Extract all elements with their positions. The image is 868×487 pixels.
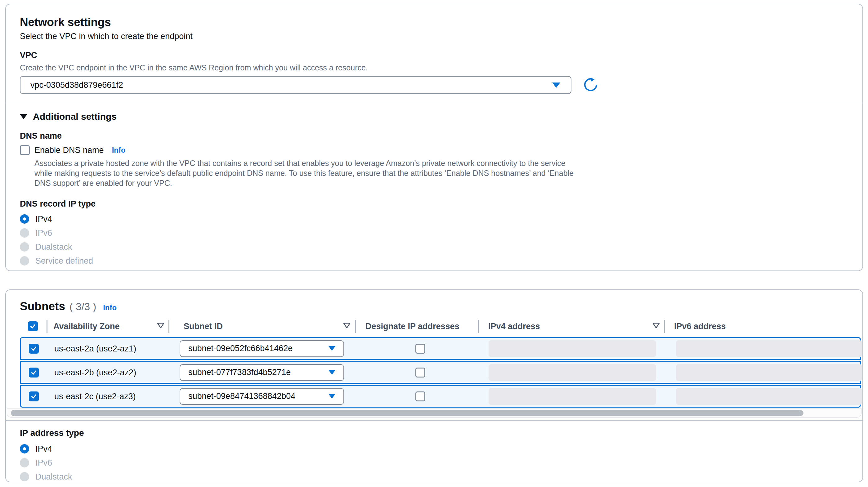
table-row[interactable]: us-east-2b (use2-az2) subnet-077f7383fd4… — [20, 361, 861, 384]
subnets-header: Subnets ( 3/3 ) Info — [6, 300, 862, 313]
column-separator — [478, 320, 479, 333]
filter-icon[interactable] — [343, 322, 351, 330]
radio-dualstack-label: Dualstack — [35, 472, 72, 482]
radio-dualstack — [20, 472, 29, 481]
col-availability-zone: Availability Zone — [53, 322, 120, 331]
subnet-id-value: subnet-09e052fc66b41462e — [188, 344, 292, 353]
row-checkbox[interactable] — [29, 344, 39, 354]
refresh-button[interactable] — [583, 77, 599, 93]
subnet-id-value: subnet-09e84741368842b04 — [188, 392, 295, 401]
check-icon — [30, 345, 37, 352]
radio-ipv6-label: IPv6 — [35, 228, 52, 238]
subnets-info-link[interactable]: Info — [103, 303, 117, 312]
column-separator — [168, 320, 169, 333]
subnet-id-select[interactable]: subnet-077f7383fd4b5271e — [180, 364, 344, 381]
radio-ipv4-label: IPv4 — [35, 444, 52, 454]
enable-dns-name-text: Enable DNS name — [34, 146, 104, 155]
ipv4-address-input — [489, 340, 656, 357]
refresh-icon — [583, 77, 598, 93]
ipv4-address-input — [489, 364, 656, 381]
enable-dns-name-row: Enable DNS name Info — [20, 145, 848, 155]
vpc-select-row: vpc-0305d38d879e661f2 — [20, 76, 848, 94]
dns-name-description: Associates a private hosted zone with th… — [34, 158, 574, 188]
subnet-id-select[interactable]: subnet-09e84741368842b04 — [180, 388, 344, 405]
subnets-counter: ( 3/3 ) — [69, 301, 96, 313]
col-subnet-id: Subnet ID — [184, 322, 223, 331]
check-icon — [29, 323, 36, 330]
radio-ipv6 — [20, 228, 29, 238]
section-divider — [6, 103, 862, 103]
table-row[interactable]: us-east-2c (use2-az3) subnet-09e84741368… — [20, 385, 861, 407]
subnets-card: Subnets ( 3/3 ) Info Availability Zone S… — [5, 290, 863, 482]
ip-address-type-group: IPv4 IPv6 Dualstack — [20, 444, 848, 482]
radio-ipv6 — [20, 458, 29, 467]
column-separator — [46, 320, 48, 333]
dns-record-ip-type-group: IPv4 IPv6 Dualstack Service defined — [20, 214, 848, 266]
check-icon — [30, 369, 37, 376]
radio-row-ipv6: IPv6 — [20, 228, 848, 238]
dns-record-ip-type-label: DNS record IP type — [20, 199, 848, 209]
additional-settings-title: Additional settings — [33, 111, 117, 122]
radio-dualstack — [20, 242, 29, 251]
chevron-down-icon — [329, 370, 335, 375]
ipv4-address-input — [489, 388, 656, 405]
radio-row-dualstack: Dualstack — [20, 471, 848, 482]
dns-name-info-link[interactable]: Info — [112, 146, 126, 154]
column-separator — [355, 320, 356, 333]
designate-ip-checkbox[interactable] — [415, 344, 425, 354]
subnet-id-value: subnet-077f7383fd4b5271e — [188, 368, 291, 377]
row-checkbox[interactable] — [29, 392, 39, 401]
radio-row-ipv4[interactable]: IPv4 — [20, 214, 848, 224]
network-settings-card: Network settings Select the VPC in which… — [5, 4, 863, 271]
row-checkbox[interactable] — [29, 368, 39, 377]
column-separator — [664, 320, 665, 333]
ip-address-type-section: IP address type IPv4 IPv6 Dualstack — [6, 421, 862, 482]
vpc-label: VPC — [20, 51, 848, 60]
vpc-select[interactable]: vpc-0305d38d879e661f2 — [20, 76, 571, 94]
dns-name-label: DNS name — [20, 131, 848, 141]
table-row[interactable]: us-east-2a (use2-az1) subnet-09e052fc66b… — [20, 337, 861, 360]
radio-dualstack-label: Dualstack — [35, 242, 72, 252]
subnets-table-header: Availability Zone Subnet ID Designate IP… — [6, 317, 862, 336]
col-designate-ip: Designate IP addresses — [366, 322, 459, 331]
radio-ipv4[interactable] — [20, 444, 29, 454]
radio-row-ipv4[interactable]: IPv4 — [20, 444, 848, 454]
chevron-down-icon — [329, 394, 335, 399]
radio-service-defined — [20, 256, 29, 266]
radio-ipv6-label: IPv6 — [35, 458, 52, 468]
availability-zone-value: us-east-2b (use2-az2) — [54, 368, 136, 377]
ip-address-type-label: IP address type — [20, 428, 848, 438]
horizontal-scrollbar-thumb[interactable] — [11, 410, 804, 416]
chevron-down-icon — [329, 346, 335, 351]
additional-settings-expander[interactable]: Additional settings — [20, 111, 848, 122]
subnets-title: Subnets — [20, 300, 65, 313]
vpc-select-value: vpc-0305d38d879e661f2 — [30, 80, 123, 90]
col-ipv6-address: IPv6 address — [674, 322, 726, 331]
filter-icon[interactable] — [652, 322, 660, 330]
network-settings-subtitle: Select the VPC in which to create the en… — [20, 32, 848, 41]
chevron-down-icon — [552, 83, 560, 88]
designate-ip-checkbox[interactable] — [415, 392, 425, 401]
filter-icon[interactable] — [157, 322, 165, 330]
expander-triangle-icon — [20, 114, 27, 119]
radio-service-defined-label: Service defined — [35, 256, 93, 266]
availability-zone-value: us-east-2a (use2-az1) — [54, 344, 136, 353]
ipv6-address-input — [676, 340, 862, 357]
radio-ipv4-label: IPv4 — [35, 214, 52, 224]
subnet-id-select[interactable]: subnet-09e052fc66b41462e — [180, 340, 344, 357]
radio-row-ipv6: IPv6 — [20, 458, 848, 468]
enable-dns-name-checkbox[interactable] — [20, 145, 30, 155]
vpc-description: Create the VPC endpoint in the VPC in th… — [20, 63, 848, 72]
check-icon — [30, 393, 37, 400]
designate-ip-checkbox[interactable] — [415, 368, 425, 377]
subnets-table-body: us-east-2a (use2-az1) subnet-09e052fc66b… — [20, 337, 861, 407]
horizontal-scrollbar-track — [7, 408, 862, 418]
availability-zone-value: us-east-2c (use2-az3) — [54, 392, 136, 401]
ipv6-address-input — [676, 388, 862, 405]
col-ipv4-address: IPv4 address — [488, 322, 540, 331]
select-all-checkbox[interactable] — [28, 322, 38, 331]
network-settings-title: Network settings — [20, 16, 848, 29]
ipv6-address-input — [676, 364, 862, 381]
radio-row-dualstack: Dualstack — [20, 242, 848, 252]
radio-ipv4[interactable] — [20, 214, 29, 224]
